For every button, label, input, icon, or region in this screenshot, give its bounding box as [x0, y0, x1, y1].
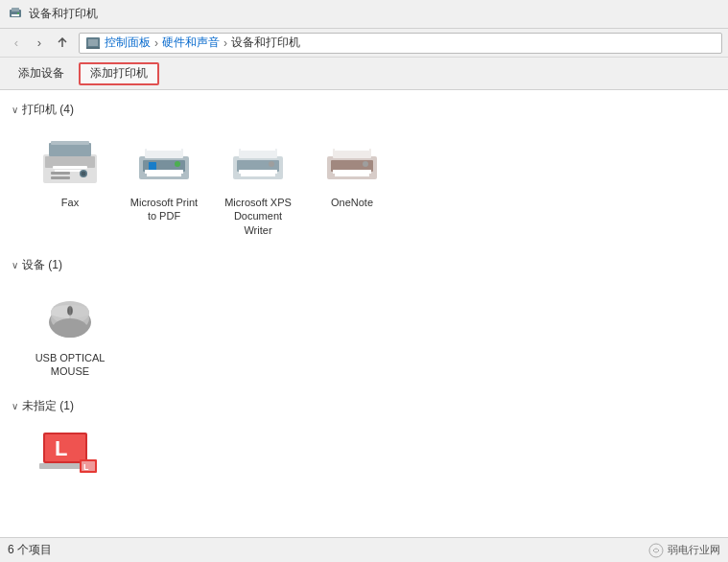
printers-chevron: ∨ — [12, 105, 18, 115]
svg-rect-24 — [149, 162, 156, 170]
svg-point-45 — [53, 318, 87, 338]
svg-rect-9 — [49, 143, 91, 156]
onenote-label: OneNote — [331, 196, 373, 209]
svg-rect-5 — [88, 39, 98, 46]
ms-pdf-label: Microsoft Print to PDF — [126, 196, 202, 223]
up-button[interactable] — [52, 33, 73, 54]
svg-text:L: L — [83, 462, 89, 472]
svg-rect-1 — [12, 8, 19, 12]
devices-grid: USB OPTICAL MOUSE — [27, 281, 716, 387]
title-bar: 设备和打印机 — [0, 0, 728, 29]
svg-rect-36 — [333, 170, 371, 174]
svg-rect-15 — [51, 172, 70, 175]
svg-text:L: L — [55, 436, 67, 460]
breadcrumb-item-0[interactable]: 控制面板 — [105, 35, 151, 51]
usb-mouse-icon — [36, 290, 104, 347]
breadcrumb: 控制面板 › 硬件和声音 › 设备和打印机 — [79, 33, 722, 54]
svg-rect-10 — [51, 141, 89, 145]
svg-point-14 — [82, 172, 86, 176]
svg-rect-22 — [147, 174, 181, 176]
svg-rect-21 — [145, 170, 183, 174]
printers-grid: Fax — [27, 126, 716, 246]
svg-rect-29 — [239, 170, 277, 174]
svg-rect-35 — [335, 147, 369, 151]
svg-rect-11 — [53, 166, 87, 169]
svg-rect-30 — [241, 174, 275, 176]
unspecified-section-header[interactable]: ∨ 未指定 (1) — [12, 398, 716, 414]
fax-label: Fax — [61, 196, 79, 209]
device-computer[interactable]: L L — [27, 422, 113, 491]
svg-point-23 — [175, 161, 180, 167]
svg-rect-16 — [51, 176, 70, 179]
title-bar-icon — [8, 5, 23, 23]
content-area: ∨ 打印机 (4) — [0, 90, 728, 537]
ms-xps-label: Microsoft XPS Document Writer — [220, 196, 296, 237]
devices-section-label: 设备 (1) — [22, 257, 62, 273]
svg-point-3 — [17, 12, 19, 14]
device-usb-mouse[interactable]: USB OPTICAL MOUSE — [27, 281, 113, 387]
breadcrumb-item-1[interactable]: 硬件和声音 — [162, 35, 220, 51]
add-device-button[interactable]: 添加设备 — [8, 62, 75, 85]
ms-pdf-icon — [130, 134, 198, 192]
unspecified-chevron: ∨ — [12, 401, 18, 411]
usb-mouse-label: USB OPTICAL MOUSE — [32, 351, 108, 379]
svg-rect-20 — [147, 147, 181, 151]
ms-xps-icon — [224, 134, 292, 192]
item-count: 6 个项目 — [8, 542, 52, 558]
unspecified-section-label: 未指定 (1) — [22, 398, 74, 414]
computer-icon: L L — [36, 431, 104, 479]
svg-rect-2 — [12, 14, 19, 16]
toolbar: 添加设备 添加打印机 — [0, 58, 728, 90]
onenote-icon — [318, 134, 386, 192]
device-ms-xps[interactable]: Microsoft XPS Document Writer — [215, 126, 301, 246]
back-button[interactable]: ‹ — [6, 33, 27, 54]
svg-point-53 — [649, 544, 663, 557]
title-bar-text: 设备和打印机 — [29, 6, 98, 22]
svg-point-31 — [269, 161, 274, 167]
breadcrumb-item-2: 设备和打印机 — [231, 35, 300, 51]
forward-button[interactable]: › — [29, 33, 50, 54]
device-ms-pdf[interactable]: Microsoft Print to PDF — [121, 126, 207, 246]
devices-chevron: ∨ — [12, 260, 18, 270]
device-fax[interactable]: Fax — [27, 126, 113, 246]
status-bar: 6 个项目 弱电行业网 — [0, 537, 728, 562]
watermark-text: 弱电行业网 — [668, 543, 720, 557]
printers-section-header[interactable]: ∨ 打印机 (4) — [12, 102, 716, 118]
unspecified-grid: L L — [27, 422, 716, 491]
svg-point-38 — [363, 161, 368, 167]
nav-bar: ‹ › 控制面板 › 硬件和声音 › 设备和打印机 — [0, 29, 728, 58]
printers-section-label: 打印机 (4) — [22, 102, 74, 118]
svg-rect-28 — [241, 147, 275, 151]
devices-section-header[interactable]: ∨ 设备 (1) — [12, 257, 716, 273]
svg-rect-6 — [86, 47, 100, 49]
device-onenote[interactable]: OneNote — [309, 126, 395, 246]
fax-icon — [36, 134, 104, 192]
svg-rect-37 — [335, 174, 369, 176]
add-printer-button[interactable]: 添加打印机 — [79, 62, 159, 85]
watermark: 弱电行业网 — [648, 543, 720, 558]
